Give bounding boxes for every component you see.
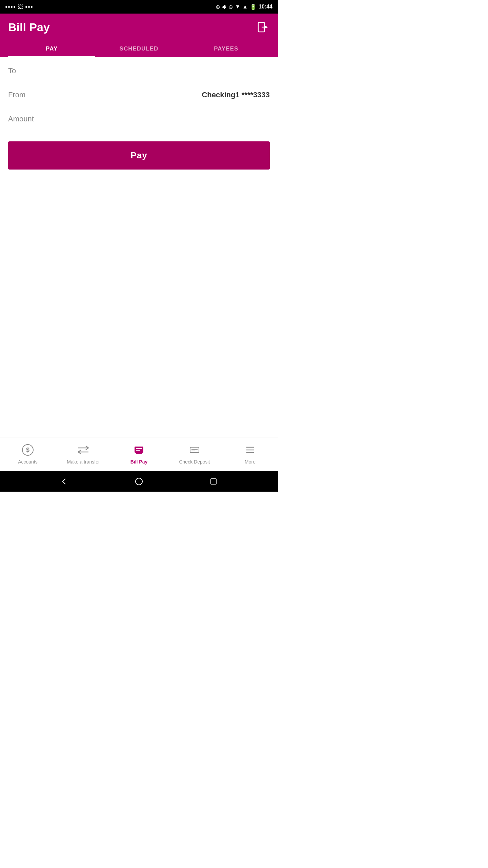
minus-circle-icon: ⊖ bbox=[228, 4, 233, 10]
svg-rect-17 bbox=[211, 479, 216, 484]
svg-rect-6 bbox=[135, 447, 143, 453]
tab-pay[interactable]: PAY bbox=[8, 41, 95, 57]
system-nav-bar bbox=[0, 471, 278, 492]
pay-button[interactable]: Pay bbox=[8, 141, 270, 170]
svg-text:$: $ bbox=[26, 447, 29, 453]
status-right: ⊕ ✱ ⊖ ▼ ▲ 🔋 10:44 bbox=[216, 4, 272, 10]
signal-dots-2 bbox=[25, 6, 33, 8]
amount-input[interactable] bbox=[41, 115, 270, 123]
battery-icon: 🔋 bbox=[250, 4, 257, 10]
header: Bill Pay PAY SCHEDULED PAYEES bbox=[0, 14, 278, 57]
status-bar: 🖼 ⊕ ✱ ⊖ ▼ ▲ 🔋 10:44 bbox=[0, 0, 278, 14]
time-display: 10:44 bbox=[259, 4, 272, 10]
checkdeposit-icon bbox=[187, 443, 202, 457]
from-label: From bbox=[8, 91, 25, 99]
to-field-row: To bbox=[8, 57, 270, 81]
nav-item-checkdeposit[interactable]: Check Deposit bbox=[167, 443, 222, 465]
tabs-container: PAY SCHEDULED PAYEES bbox=[8, 41, 270, 57]
accounts-label: Accounts bbox=[18, 459, 38, 465]
add-icon: ⊕ bbox=[216, 4, 220, 10]
checkdeposit-label: Check Deposit bbox=[179, 459, 210, 465]
from-field-row: From Checking1 ****3333 bbox=[8, 81, 270, 105]
recents-button[interactable] bbox=[208, 476, 219, 487]
page-title: Bill Pay bbox=[8, 21, 50, 34]
nav-item-more[interactable]: More bbox=[222, 443, 278, 465]
home-button[interactable] bbox=[134, 476, 144, 487]
back-button[interactable] bbox=[59, 476, 69, 487]
wifi-icon: ▼ bbox=[235, 4, 240, 10]
nav-item-billpay[interactable]: Bill Pay bbox=[111, 443, 167, 465]
svg-rect-10 bbox=[190, 447, 199, 453]
from-value[interactable]: Checking1 ****3333 bbox=[202, 91, 270, 99]
amount-label: Amount bbox=[8, 115, 34, 123]
status-left: 🖼 bbox=[5, 4, 33, 9]
bottom-nav: $ Accounts Make a transfer bbox=[0, 437, 278, 471]
amount-field-row: Amount bbox=[8, 105, 270, 129]
to-label: To bbox=[8, 66, 16, 75]
billpay-label: Bill Pay bbox=[130, 459, 148, 465]
nav-item-accounts[interactable]: $ Accounts bbox=[0, 443, 56, 465]
signal-icon: ▲ bbox=[242, 4, 248, 10]
bluetooth-icon: ✱ bbox=[222, 4, 226, 10]
svg-point-16 bbox=[136, 478, 142, 485]
transfer-icon bbox=[76, 443, 90, 457]
tab-payees[interactable]: PAYEES bbox=[183, 41, 270, 57]
svg-rect-9 bbox=[136, 453, 142, 454]
image-icon: 🖼 bbox=[18, 4, 23, 9]
form-area: To From Checking1 ****3333 Amount Pay bbox=[0, 57, 278, 437]
to-input[interactable] bbox=[23, 66, 270, 75]
nav-item-transfer[interactable]: Make a transfer bbox=[56, 443, 111, 465]
billpay-icon bbox=[132, 443, 146, 457]
transfer-label: Make a transfer bbox=[67, 459, 100, 465]
signal-dots bbox=[5, 6, 15, 8]
accounts-icon: $ bbox=[21, 443, 35, 457]
more-icon bbox=[243, 443, 257, 457]
logout-button[interactable] bbox=[256, 20, 270, 34]
more-label: More bbox=[245, 459, 256, 465]
tab-scheduled[interactable]: SCHEDULED bbox=[95, 41, 182, 57]
